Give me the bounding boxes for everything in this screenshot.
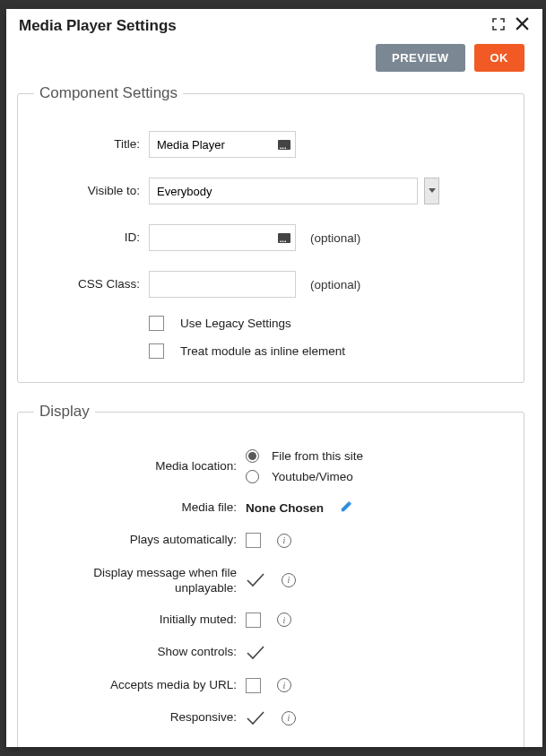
info-icon[interactable]: i: [277, 678, 291, 692]
id-label: ID:: [34, 230, 149, 246]
youtube-radio-label: Youtube/Vimeo: [272, 470, 353, 483]
info-icon[interactable]: i: [282, 711, 296, 726]
title-label: Title:: [34, 137, 149, 152]
url-checkbox[interactable]: [246, 678, 261, 693]
media-location-label: Media location:: [34, 459, 246, 474]
dialog-title: Media Player Settings: [19, 17, 177, 35]
display-section: Display Media location: File from this s…: [17, 403, 524, 747]
muted-label: Initially muted:: [34, 613, 246, 628]
title-input[interactable]: [149, 131, 296, 158]
visible-select[interactable]: [149, 178, 418, 204]
info-icon[interactable]: i: [277, 534, 291, 548]
info-icon[interactable]: i: [277, 613, 291, 627]
ok-button[interactable]: OK: [474, 44, 525, 72]
inline-checkbox[interactable]: [149, 343, 164, 359]
pencil-icon[interactable]: [340, 500, 353, 517]
url-label: Accepts media by URL:: [34, 678, 246, 693]
media-file-label: Media file:: [34, 500, 246, 516]
site-radio[interactable]: [246, 449, 259, 463]
dialog-header: Media Player Settings: [6, 9, 542, 44]
dialog-buttons: PREVIEW OK: [6, 44, 542, 84]
legacy-label: Use Legacy Settings: [180, 317, 291, 330]
expand-icon[interactable]: [491, 17, 506, 35]
responsive-label: Responsive:: [34, 710, 246, 726]
inline-label: Treat module as inline element: [180, 344, 345, 358]
display-legend: Display: [34, 403, 95, 421]
unplayable-toggle[interactable]: [246, 571, 265, 589]
media-file-value: None Chosen: [246, 501, 324, 515]
keyboard-icon[interactable]: [278, 140, 290, 150]
dialog-body[interactable]: Component Settings Title: Visible to:: [6, 84, 542, 747]
settings-dialog: Media Player Settings PREVIEW OK Compone…: [6, 9, 542, 747]
info-icon[interactable]: i: [282, 573, 296, 587]
legacy-checkbox[interactable]: [149, 316, 164, 331]
youtube-radio[interactable]: [246, 470, 259, 483]
controls-label: Show controls:: [34, 645, 246, 660]
component-settings-section: Component Settings Title: Visible to:: [17, 84, 524, 383]
keyboard-icon[interactable]: [278, 233, 290, 243]
header-icons: [491, 16, 530, 35]
controls-toggle[interactable]: [246, 644, 265, 662]
css-class-label: CSS Class:: [34, 277, 149, 292]
optional-label: (optional): [310, 278, 360, 291]
css-class-input[interactable]: [149, 271, 296, 298]
component-settings-legend: Component Settings: [34, 84, 183, 102]
responsive-toggle[interactable]: [246, 709, 265, 727]
site-radio-label: File from this site: [272, 449, 363, 463]
close-icon[interactable]: [515, 16, 530, 35]
chevron-down-icon[interactable]: [424, 178, 439, 204]
muted-checkbox[interactable]: [246, 613, 261, 628]
plays-auto-checkbox[interactable]: [246, 533, 261, 548]
unplayable-label: Display message when file unplayable:: [34, 564, 246, 596]
visible-label: Visible to:: [34, 184, 149, 199]
optional-label: (optional): [310, 231, 360, 245]
plays-auto-label: Plays automatically:: [34, 533, 246, 548]
id-input[interactable]: [149, 224, 296, 251]
preview-button[interactable]: PREVIEW: [376, 44, 464, 72]
